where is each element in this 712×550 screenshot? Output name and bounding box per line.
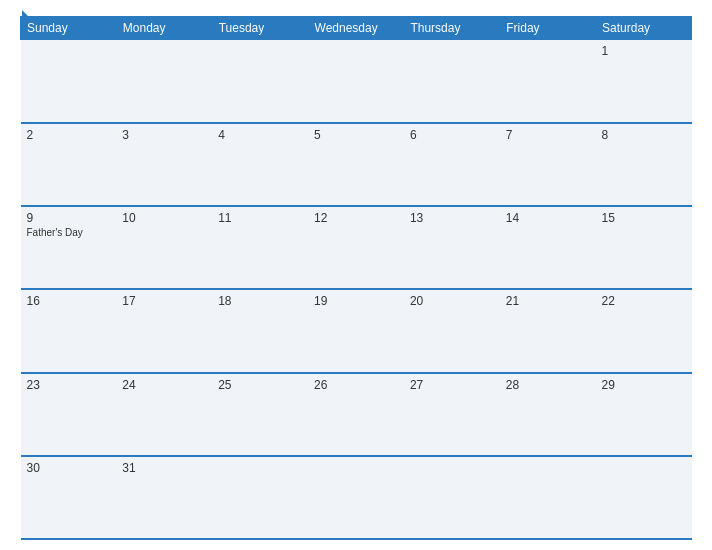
day-number: 28 — [506, 378, 590, 392]
calendar-cell: 15 — [596, 206, 692, 289]
week-row-1: 1 — [21, 40, 692, 123]
calendar-cell: 3 — [116, 123, 212, 206]
calendar-cell: 7 — [500, 123, 596, 206]
day-number: 31 — [122, 461, 206, 475]
calendar-cell: 10 — [116, 206, 212, 289]
calendar-cell — [21, 40, 117, 123]
day-number: 20 — [410, 294, 494, 308]
day-number: 26 — [314, 378, 398, 392]
day-number: 29 — [602, 378, 686, 392]
week-row-5: 23242526272829 — [21, 373, 692, 456]
day-header-sunday: Sunday — [21, 17, 117, 40]
calendar-cell — [404, 40, 500, 123]
calendar-cell: 19 — [308, 289, 404, 372]
day-number: 9 — [27, 211, 111, 225]
calendar-cell: 28 — [500, 373, 596, 456]
day-header-saturday: Saturday — [596, 17, 692, 40]
day-number: 19 — [314, 294, 398, 308]
calendar-cell — [212, 40, 308, 123]
day-number: 21 — [506, 294, 590, 308]
day-number: 25 — [218, 378, 302, 392]
calendar-cell: 31 — [116, 456, 212, 539]
day-number: 17 — [122, 294, 206, 308]
calendar-cell: 26 — [308, 373, 404, 456]
day-header-monday: Monday — [116, 17, 212, 40]
calendar-cell — [596, 456, 692, 539]
day-number: 22 — [602, 294, 686, 308]
calendar-cell — [500, 40, 596, 123]
day-header-friday: Friday — [500, 17, 596, 40]
calendar-cell — [116, 40, 212, 123]
calendar-cell: 27 — [404, 373, 500, 456]
day-number: 4 — [218, 128, 302, 142]
calendar-cell: 12 — [308, 206, 404, 289]
day-number: 30 — [27, 461, 111, 475]
week-row-4: 16171819202122 — [21, 289, 692, 372]
day-number: 15 — [602, 211, 686, 225]
logo — [20, 10, 30, 26]
calendar-cell: 23 — [21, 373, 117, 456]
logo-triangle-icon — [22, 10, 30, 26]
calendar-cell — [308, 40, 404, 123]
calendar-cell — [500, 456, 596, 539]
calendar-cell: 9Father's Day — [21, 206, 117, 289]
day-number: 7 — [506, 128, 590, 142]
calendar-cell: 25 — [212, 373, 308, 456]
day-header-tuesday: Tuesday — [212, 17, 308, 40]
day-header-wednesday: Wednesday — [308, 17, 404, 40]
day-number: 13 — [410, 211, 494, 225]
day-number: 23 — [27, 378, 111, 392]
day-number: 2 — [27, 128, 111, 142]
day-number: 18 — [218, 294, 302, 308]
calendar-cell — [308, 456, 404, 539]
calendar-cell: 8 — [596, 123, 692, 206]
day-number: 10 — [122, 211, 206, 225]
calendar-cell: 30 — [21, 456, 117, 539]
calendar-cell: 5 — [308, 123, 404, 206]
week-row-2: 2345678 — [21, 123, 692, 206]
calendar-cell: 29 — [596, 373, 692, 456]
day-header-thursday: Thursday — [404, 17, 500, 40]
calendar-cell: 16 — [21, 289, 117, 372]
calendar-cell: 22 — [596, 289, 692, 372]
day-number: 27 — [410, 378, 494, 392]
day-number: 1 — [602, 44, 686, 58]
day-number: 5 — [314, 128, 398, 142]
calendar-cell: 11 — [212, 206, 308, 289]
holiday-label: Father's Day — [27, 227, 111, 238]
day-number: 6 — [410, 128, 494, 142]
week-row-6: 3031 — [21, 456, 692, 539]
day-number: 16 — [27, 294, 111, 308]
calendar-cell: 4 — [212, 123, 308, 206]
day-number: 11 — [218, 211, 302, 225]
day-number: 14 — [506, 211, 590, 225]
days-header-row: SundayMondayTuesdayWednesdayThursdayFrid… — [21, 17, 692, 40]
day-number: 3 — [122, 128, 206, 142]
week-row-3: 9Father's Day101112131415 — [21, 206, 692, 289]
calendar-cell: 13 — [404, 206, 500, 289]
calendar-cell — [404, 456, 500, 539]
calendar-cell: 1 — [596, 40, 692, 123]
calendar-cell: 24 — [116, 373, 212, 456]
calendar-cell: 20 — [404, 289, 500, 372]
day-number: 12 — [314, 211, 398, 225]
day-number: 24 — [122, 378, 206, 392]
calendar-cell: 18 — [212, 289, 308, 372]
calendar-cell: 6 — [404, 123, 500, 206]
calendar-cell: 21 — [500, 289, 596, 372]
logo-blue-text — [20, 10, 30, 26]
day-number: 8 — [602, 128, 686, 142]
calendar-cell: 14 — [500, 206, 596, 289]
calendar-table: SundayMondayTuesdayWednesdayThursdayFrid… — [20, 16, 692, 540]
calendar-cell — [212, 456, 308, 539]
calendar-cell: 2 — [21, 123, 117, 206]
calendar-cell: 17 — [116, 289, 212, 372]
